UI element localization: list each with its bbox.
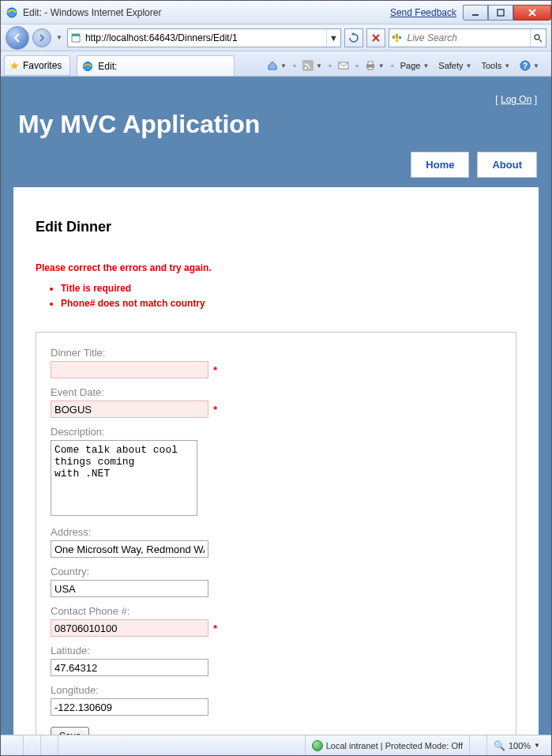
address-input[interactable] <box>51 540 208 558</box>
address-label: Address: <box>51 526 501 538</box>
page-body: Edit Dinner Please correct the errors an… <box>13 187 539 735</box>
logon-link[interactable]: Log On <box>501 94 531 105</box>
zone-icon <box>312 740 323 751</box>
logon-area: [ Log On ] <box>18 94 537 105</box>
url-input[interactable] <box>84 31 326 45</box>
window-title: Edit: - Windows Internet Explorer <box>23 7 161 18</box>
page-menu-label: Page <box>400 61 421 70</box>
country-label: Country: <box>51 566 501 577</box>
send-feedback-link[interactable]: Send Feedback <box>390 7 456 18</box>
eventdate-label: Event Date: <box>51 386 501 398</box>
window-buttons <box>463 5 551 21</box>
mail-icon <box>338 61 349 70</box>
tab-title: Edit: <box>98 61 117 72</box>
validation-error: Title is required <box>61 281 516 296</box>
required-star: * <box>213 622 217 634</box>
status-seg-empty <box>6 735 23 755</box>
zoom-level: 100% <box>509 741 531 750</box>
maximize-button[interactable] <box>488 5 513 21</box>
ie-window: Edit: - Windows Internet Explorer Send F… <box>0 0 552 756</box>
print-menu[interactable]: ▼ <box>361 57 389 74</box>
window-titlebar: Edit: - Windows Internet Explorer Send F… <box>1 1 551 24</box>
longitude-input[interactable] <box>51 698 208 716</box>
command-bar: ▼ ▪ ▼ ▪ ▪ ▼ ▪ Page▼ Safety▼ Tools▼ ?▼ <box>258 55 548 76</box>
search-bar <box>389 28 546 47</box>
search-input[interactable] <box>404 31 530 45</box>
country-input[interactable] <box>51 580 208 597</box>
status-seg-spacer <box>469 735 486 755</box>
required-star: * <box>213 364 217 376</box>
ie-logo-icon <box>6 6 18 19</box>
form-fieldset: Dinner Title: * Event Date: * Descriptio… <box>36 332 516 735</box>
help-menu[interactable]: ?▼ <box>516 57 543 74</box>
stop-button[interactable] <box>366 28 385 47</box>
validation-error: Phone# does not match country <box>61 296 516 311</box>
svg-rect-5 <box>396 34 398 39</box>
favorites-button[interactable]: ★ Favorites <box>4 55 70 76</box>
app-title: My MVC Application <box>18 110 537 139</box>
address-dropdown-icon[interactable]: ▼ <box>326 29 340 47</box>
refresh-button[interactable] <box>344 28 363 47</box>
svg-rect-15 <box>368 62 373 65</box>
back-button[interactable] <box>6 26 29 50</box>
browser-tab[interactable]: Edit: <box>77 55 235 76</box>
svg-point-0 <box>7 8 17 17</box>
phone-label: Contact Phone #: <box>51 605 501 617</box>
feeds-menu[interactable]: ▼ <box>299 57 326 74</box>
minimize-button[interactable] <box>463 5 488 21</box>
nav-dropdown-icon[interactable]: ▼ <box>56 34 62 41</box>
safety-menu-label: Safety <box>438 61 463 70</box>
chevron-down-icon: ▼ <box>316 62 322 70</box>
status-seg-empty <box>58 735 75 755</box>
chevron-down-icon: ▼ <box>422 62 429 70</box>
chevron-down-icon: ▼ <box>504 62 510 70</box>
eventdate-input[interactable] <box>51 401 208 418</box>
page-heading: Edit Dinner <box>36 219 516 235</box>
latitude-label: Latitude: <box>51 645 501 656</box>
svg-rect-4 <box>72 34 80 36</box>
rss-icon <box>302 60 314 71</box>
page-menu[interactable]: Page▼ <box>396 57 434 74</box>
favorites-label: Favorites <box>23 60 62 71</box>
nav-home[interactable]: Home <box>411 152 469 178</box>
tab-row: ★ Favorites Edit: ▼ ▪ ▼ ▪ ▪ ▼ ▪ Page▼ Sa… <box>1 51 551 77</box>
svg-point-9 <box>535 35 539 39</box>
nav-about[interactable]: About <box>477 152 537 178</box>
nav-tabs: Home About <box>1 152 551 178</box>
status-bar: Local intranet | Protected Mode: Off 🔍 1… <box>1 735 551 755</box>
status-seg-empty <box>23 735 40 755</box>
search-go-button[interactable] <box>530 29 546 47</box>
title-input[interactable] <box>51 361 208 378</box>
close-button[interactable] <box>513 5 551 21</box>
chevron-down-icon: ▼ <box>466 62 472 70</box>
svg-rect-7 <box>399 36 401 39</box>
svg-rect-16 <box>368 67 373 70</box>
forward-button[interactable] <box>32 28 51 47</box>
svg-rect-8 <box>396 39 398 42</box>
content-viewport: [ Log On ] My MVC Application Home About… <box>1 77 551 735</box>
description-input[interactable] <box>51 440 197 516</box>
svg-point-10 <box>84 62 92 70</box>
safety-menu[interactable]: Safety▼ <box>434 57 475 74</box>
search-provider-icon <box>389 32 404 43</box>
home-icon <box>267 60 278 71</box>
svg-text:?: ? <box>523 62 528 70</box>
zoom-control[interactable]: 🔍 100% ▼ <box>486 735 546 755</box>
tools-menu-label: Tools <box>481 61 501 70</box>
chevron-down-icon: ▼ <box>533 62 539 70</box>
latitude-input[interactable] <box>51 659 208 676</box>
status-seg-empty <box>40 735 58 755</box>
tab-page-icon <box>82 61 93 72</box>
zoom-icon: 🔍 <box>494 740 505 751</box>
longitude-label: Longitude: <box>51 684 501 696</box>
mail-button[interactable] <box>334 57 353 74</box>
title-label: Dinner Title: <box>51 347 501 359</box>
home-menu[interactable]: ▼ <box>263 57 291 74</box>
save-button[interactable]: Save <box>51 727 89 735</box>
printer-icon <box>365 60 376 71</box>
security-zone[interactable]: Local intranet | Protected Mode: Off <box>305 735 469 755</box>
phone-input[interactable] <box>51 619 208 637</box>
tools-menu[interactable]: Tools▼ <box>477 57 514 74</box>
address-bar: ▼ <box>67 28 341 47</box>
required-star: * <box>213 404 217 416</box>
